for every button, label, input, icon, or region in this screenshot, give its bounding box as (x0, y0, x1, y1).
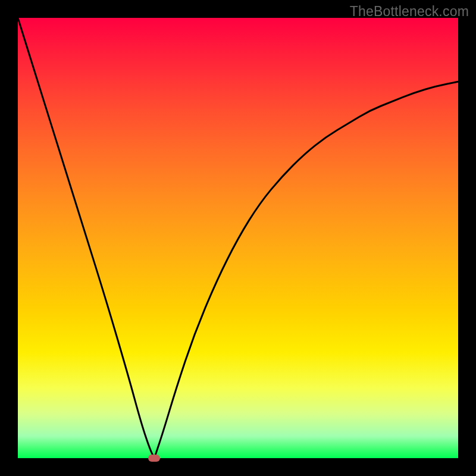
watermark-label: TheBottleneck.com (350, 4, 469, 20)
plot-area (18, 18, 458, 458)
chart-frame: TheBottleneck.com (0, 0, 476, 476)
curve-right-branch (154, 82, 458, 458)
curve-svg (18, 18, 458, 458)
curve-left-branch (18, 18, 154, 458)
minimum-marker (148, 455, 160, 462)
